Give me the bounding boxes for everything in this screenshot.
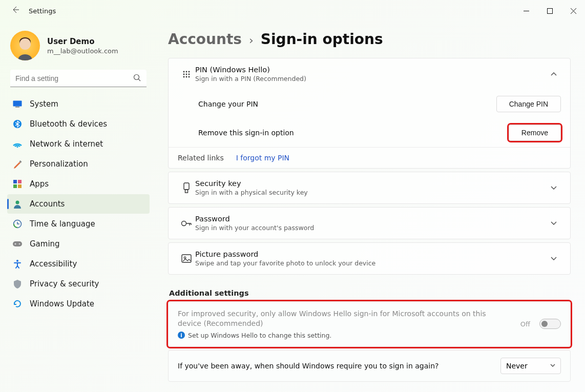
svg-rect-13 — [18, 180, 22, 183]
security-key-desc: Sign in with a physical security key — [195, 189, 547, 196]
svg-point-4 — [19, 38, 31, 50]
chevron-down-icon — [547, 219, 561, 227]
svg-point-16 — [16, 201, 19, 204]
windows-hello-toggle[interactable] — [539, 319, 561, 329]
remove-pin-row: Remove this sign-in option Remove — [169, 118, 570, 147]
svg-rect-12 — [13, 180, 17, 183]
forgot-pin-link[interactable]: I forgot my PIN — [236, 154, 289, 162]
sidebar-item-label: Apps — [30, 179, 49, 189]
main-content: Accounts › Sign-in options PIN (Windows … — [154, 22, 585, 392]
close-button[interactable] — [561, 0, 585, 22]
sidebar-item-update[interactable]: Windows Update — [7, 294, 150, 314]
maximize-button[interactable] — [538, 0, 561, 22]
sidebar-item-label: Accessibility — [30, 259, 77, 269]
sidebar-item-label: Bluetooth & devices — [30, 119, 107, 129]
related-label: Related links — [178, 154, 224, 162]
pin-title: PIN (Windows Hello) — [195, 66, 547, 74]
away-setting: If you've been away, when should Windows… — [168, 350, 571, 382]
search-container — [10, 70, 147, 87]
search-input[interactable] — [10, 70, 147, 87]
windows-hello-text: For improved security, only allow Window… — [178, 309, 511, 328]
picture-password-card[interactable]: Picture password Swipe and tap your favo… — [168, 242, 571, 275]
accounts-icon — [12, 199, 23, 209]
sidebar-item-privacy[interactable]: Privacy & security — [7, 274, 150, 294]
change-pin-row: Change your PIN Change PIN — [169, 90, 570, 118]
sidebar-item-bluetooth[interactable]: Bluetooth & devices — [7, 114, 150, 134]
svg-rect-18 — [13, 241, 22, 246]
avatar-icon — [14, 36, 36, 60]
away-value: Never — [506, 362, 528, 370]
chevron-up-icon — [547, 70, 561, 78]
titlebar: Settings — [0, 0, 585, 22]
page-title: Sign-in options — [261, 31, 383, 48]
time-icon — [12, 219, 23, 229]
additional-heading: Additional settings — [169, 289, 571, 297]
sidebar-item-label: Time & language — [30, 219, 95, 229]
svg-line-6 — [138, 79, 140, 81]
sidebar-item-network[interactable]: Network & internet — [7, 134, 150, 154]
maximize-icon — [547, 8, 553, 14]
picture-desc: Swipe and tap your favorite photo to unl… — [195, 259, 547, 267]
windows-hello-setting: For improved security, only allow Window… — [168, 301, 571, 347]
svg-point-25 — [183, 73, 185, 75]
nav: System Bluetooth & devices Network & int… — [7, 94, 150, 314]
svg-point-35 — [184, 257, 186, 259]
sidebar-item-personalization[interactable]: Personalization — [7, 154, 150, 174]
password-desc: Sign in with your account's password — [195, 224, 547, 232]
remove-pin-button[interactable]: Remove — [509, 125, 561, 141]
svg-point-29 — [186, 76, 187, 77]
svg-rect-8 — [15, 107, 19, 108]
sidebar: User Demo m__lab@outlook.com System Blue… — [0, 22, 154, 392]
back-button[interactable] — [9, 6, 22, 16]
chevron-right-icon: › — [249, 34, 254, 47]
windows-hello-hint-row: i Set up Windows Hello to change this se… — [178, 332, 511, 339]
change-pin-button[interactable]: Change PIN — [496, 96, 561, 112]
network-icon — [12, 140, 23, 148]
sidebar-item-label: Network & internet — [30, 139, 103, 149]
breadcrumb: Accounts › Sign-in options — [168, 31, 571, 48]
chevron-down-icon — [547, 184, 561, 192]
apps-icon — [12, 180, 23, 188]
sidebar-item-system[interactable]: System — [7, 94, 150, 114]
security-key-card[interactable]: Security key Sign in with a physical sec… — [168, 172, 571, 204]
security-key-icon — [178, 182, 195, 194]
related-links: Related links I forgot my PIN — [169, 147, 570, 168]
sidebar-item-accounts[interactable]: Accounts — [7, 194, 150, 214]
sidebar-item-label: Windows Update — [30, 299, 94, 308]
user-name: User Demo — [47, 37, 118, 46]
windows-hello-hint: Set up Windows Hello to change this sett… — [188, 332, 331, 339]
svg-rect-1 — [547, 8, 552, 13]
svg-rect-31 — [184, 183, 189, 190]
info-icon: i — [178, 332, 185, 339]
avatar — [10, 31, 40, 60]
chevron-down-icon — [550, 364, 555, 367]
svg-point-19 — [15, 243, 16, 245]
sidebar-item-apps[interactable]: Apps — [7, 174, 150, 194]
privacy-icon — [12, 279, 23, 288]
svg-rect-7 — [13, 101, 22, 107]
password-card[interactable]: Password Sign in with your account's pas… — [168, 207, 571, 239]
password-title: Password — [195, 215, 547, 223]
svg-rect-14 — [13, 184, 17, 188]
svg-point-24 — [189, 71, 190, 72]
pin-icon — [178, 70, 195, 79]
sidebar-item-label: System — [30, 99, 58, 109]
minimize-icon — [524, 8, 529, 14]
picture-icon — [178, 254, 195, 263]
accessibility-icon — [12, 259, 23, 269]
remove-pin-label: Remove this sign-in option — [198, 129, 509, 137]
svg-point-5 — [134, 75, 139, 80]
sidebar-item-accessibility[interactable]: Accessibility — [7, 254, 150, 274]
away-select[interactable]: Never — [500, 358, 561, 374]
personalization-icon — [12, 159, 23, 169]
minimize-button[interactable] — [514, 0, 538, 22]
sidebar-item-gaming[interactable]: Gaming — [7, 234, 150, 254]
sidebar-item-time[interactable]: Time & language — [7, 214, 150, 234]
close-icon — [571, 8, 576, 14]
user-email: m__lab@outlook.com — [47, 47, 118, 55]
user-profile[interactable]: User Demo m__lab@outlook.com — [7, 27, 150, 68]
pin-header[interactable]: PIN (Windows Hello) Sign in with a PIN (… — [169, 58, 570, 90]
picture-title: Picture password — [195, 250, 547, 258]
breadcrumb-root[interactable]: Accounts — [168, 31, 242, 48]
svg-rect-15 — [18, 184, 22, 188]
